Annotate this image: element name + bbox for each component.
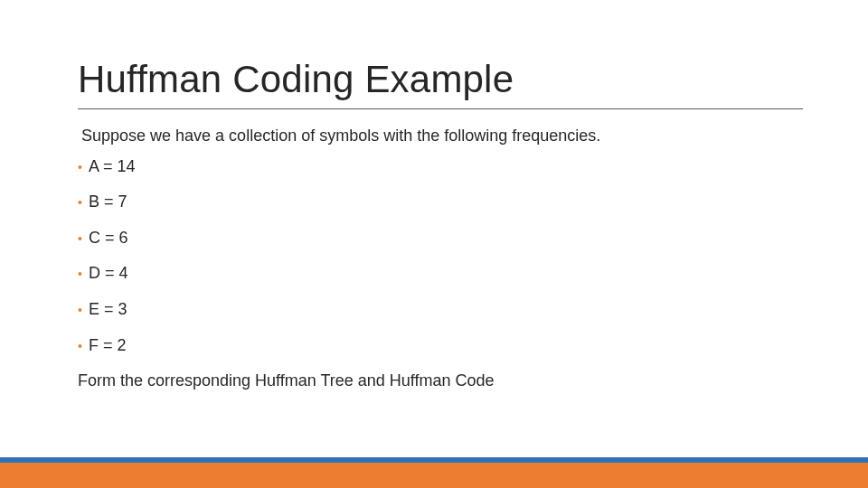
frequency-label: A = 14 [89, 157, 136, 175]
frequency-label: D = 4 [89, 264, 128, 282]
list-item: E = 3 [78, 300, 792, 320]
list-item: A = 14 [78, 157, 792, 177]
list-item: D = 4 [78, 264, 792, 284]
title-underline [78, 108, 803, 109]
instruction-text: Form the corresponding Huffman Tree and … [78, 371, 792, 391]
list-item: C = 6 [78, 229, 792, 249]
intro-text: Suppose we have a collection of symbols … [81, 127, 792, 146]
frequency-list: A = 14 B = 7 C = 6 D = 4 E = 3 F = 2 [78, 157, 792, 356]
list-item: F = 2 [78, 336, 792, 356]
slide-title: Huffman Coding Example [78, 58, 514, 103]
frequency-label: F = 2 [89, 336, 127, 354]
footer-decoration [0, 463, 868, 488]
frequency-label: E = 3 [89, 300, 127, 318]
slide-body: Suppose we have a collection of symbols … [78, 127, 792, 391]
slide-container: Huffman Coding Example Suppose we have a… [0, 0, 868, 488]
frequency-label: C = 6 [89, 229, 128, 247]
frequency-label: B = 7 [89, 192, 127, 211]
list-item: B = 7 [78, 192, 792, 212]
